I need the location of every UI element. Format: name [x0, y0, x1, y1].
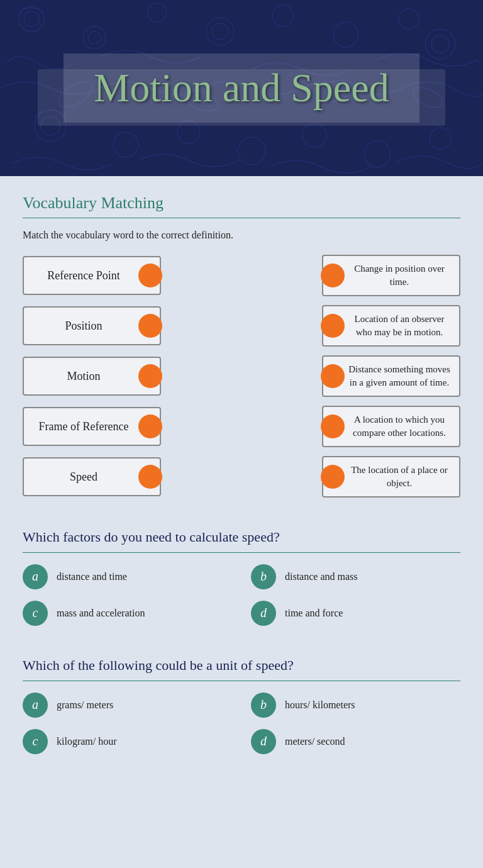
def-text-3: Distance something moves in a given amou… — [348, 363, 450, 389]
dot-def-1 — [321, 264, 345, 287]
def-text-4: A location to which you compare other lo… — [348, 413, 450, 440]
q2-badge-a: a — [23, 693, 48, 718]
dot-speed — [138, 465, 162, 489]
match-row-5: Speed The location of a place or object. — [23, 456, 460, 498]
q1-badge-b: b — [251, 564, 276, 589]
q1-option-b[interactable]: b distance and mass — [251, 564, 460, 589]
dot-def-2 — [321, 314, 345, 338]
q1-option-c[interactable]: c mass and acceleration — [23, 601, 232, 626]
q1-label-b: distance and mass — [285, 571, 358, 582]
match-row-2: Position Location of an observer who may… — [23, 305, 460, 347]
vocab-section: Vocabulary Matching Match the vocabulary… — [23, 194, 460, 498]
vocab-word-speed: Speed — [33, 470, 135, 484]
question1-divider — [23, 552, 460, 553]
q1-label-d: time and force — [285, 608, 343, 619]
matching-area: Reference Point Change in position over … — [23, 255, 460, 498]
dot-def-5 — [321, 465, 345, 489]
page-title: Motion and Speed — [94, 65, 389, 111]
q1-option-a[interactable]: a distance and time — [23, 564, 232, 589]
dot-position — [138, 314, 162, 338]
q1-badge-c: c — [23, 601, 48, 626]
q2-badge-c: c — [23, 729, 48, 754]
question1-title: Which factors do you need to calculate s… — [23, 528, 460, 547]
vocab-card-speed[interactable]: Speed — [23, 457, 161, 496]
def-card-3[interactable]: Distance something moves in a given amou… — [322, 355, 460, 397]
dot-def-3 — [321, 364, 345, 388]
match-row-3: Motion Distance something moves in a giv… — [23, 355, 460, 397]
vocab-word-motion: Motion — [33, 370, 135, 383]
vocab-card-frame-ref[interactable]: Frame of Reference — [23, 407, 161, 446]
dot-def-4 — [321, 415, 345, 438]
def-card-2[interactable]: Location of an observer who may be in mo… — [322, 305, 460, 347]
dot-motion — [138, 364, 162, 388]
def-text-1: Change in position over time. — [348, 262, 450, 289]
vocab-card-ref-point[interactable]: Reference Point — [23, 256, 161, 295]
content-area: Vocabulary Matching Match the vocabulary… — [0, 176, 483, 810]
vocab-card-motion[interactable]: Motion — [23, 357, 161, 396]
header: Motion and Speed — [0, 0, 483, 176]
vocab-divider — [23, 218, 460, 218]
q1-label-a: distance and time — [57, 571, 127, 582]
q1-badge-a: a — [23, 564, 48, 589]
vocab-card-position[interactable]: Position — [23, 306, 161, 345]
def-card-1[interactable]: Change in position over time. — [322, 255, 460, 296]
q2-option-c[interactable]: c kilogram/ hour — [23, 729, 232, 754]
q2-option-b[interactable]: b hours/ kilometers — [251, 693, 460, 718]
q1-badge-d: d — [251, 601, 276, 626]
question2-section: Which of the following could be a unit o… — [23, 656, 460, 754]
header-title-box: Motion and Speed — [64, 53, 419, 123]
vocab-section-title: Vocabulary Matching — [23, 194, 460, 213]
vocab-word-frame-ref: Frame of Reference — [33, 420, 135, 433]
question2-divider — [23, 681, 460, 681]
question1-options: a distance and time b distance and mass … — [23, 564, 460, 626]
q1-label-c: mass and acceleration — [57, 608, 145, 619]
q2-badge-d: d — [251, 729, 276, 754]
match-row-4: Frame of Reference A location to which y… — [23, 406, 460, 447]
q2-label-d: meters/ second — [285, 736, 345, 747]
q2-label-b: hours/ kilometers — [285, 699, 355, 711]
q1-option-d[interactable]: d time and force — [251, 601, 460, 626]
q2-label-a: grams/ meters — [57, 699, 113, 711]
def-text-2: Location of an observer who may be in mo… — [348, 313, 450, 339]
match-row-1: Reference Point Change in position over … — [23, 255, 460, 296]
q2-label-c: kilogram/ hour — [57, 736, 117, 747]
def-text-5: The location of a place or object. — [348, 464, 450, 490]
dot-frame-ref — [138, 415, 162, 438]
question2-title: Which of the following could be a unit o… — [23, 656, 460, 676]
vocab-word-position: Position — [33, 320, 135, 333]
question2-options: a grams/ meters b hours/ kilometers c ki… — [23, 693, 460, 754]
q2-badge-b: b — [251, 693, 276, 718]
question1-section: Which factors do you need to calculate s… — [23, 528, 460, 626]
vocab-word-ref-point: Reference Point — [33, 269, 135, 282]
q2-option-a[interactable]: a grams/ meters — [23, 693, 232, 718]
def-card-5[interactable]: The location of a place or object. — [322, 456, 460, 498]
vocab-subtitle: Match the vocabulary word to the correct… — [23, 230, 460, 241]
q2-option-d[interactable]: d meters/ second — [251, 729, 460, 754]
dot-ref-point — [138, 264, 162, 287]
def-card-4[interactable]: A location to which you compare other lo… — [322, 406, 460, 447]
